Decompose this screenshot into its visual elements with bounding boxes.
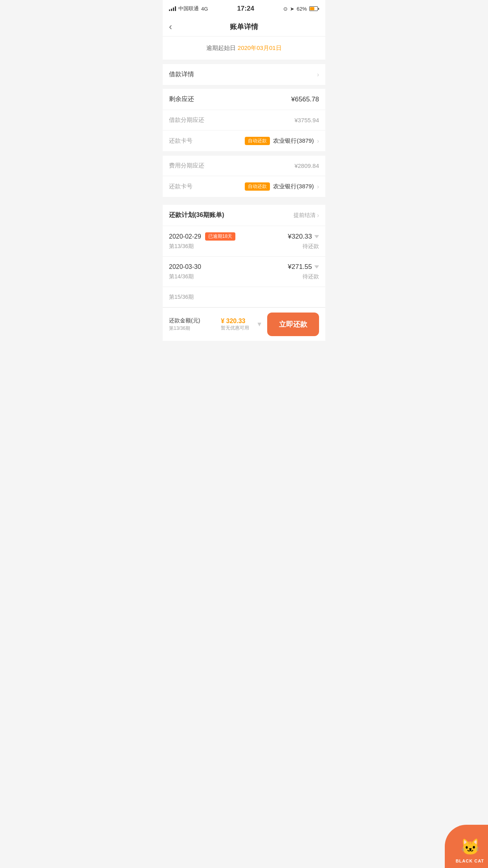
divider-1 [163,60,325,64]
bottom-amount-label-row: 还款金额(元) [169,317,221,324]
early-settlement-button[interactable]: 提前结清 › [294,212,319,219]
bottom-no-discount: 暂无优惠可用 [221,325,249,331]
loan-details-row[interactable]: 借款详情 › [163,64,325,85]
fee-repay-card-row[interactable]: 还款卡号 自动还款 农业银行(3879) › [163,176,325,197]
status-right: ⊙ ➤ 62% [283,6,319,12]
payment-1-date-row: 2020-02-29 已逾期18天 [169,232,235,241]
payment-1-status: 待还款 [303,243,319,250]
bottom-amount-label: 还款金额(元) [169,317,200,324]
payment-2-date-row: 2020-03-30 [169,263,201,270]
fee-chevron-icon: › [317,183,319,190]
triangle-down-icon-2 [314,265,319,268]
payment-item-1: 2020-02-29 已逾期18天 ¥320.33 第13/36期 待还款 [163,226,325,257]
remaining-value: ¥6565.78 [291,96,319,103]
remaining-label: 剩余应还 [169,95,194,103]
bottom-amount-value: ¥ 320.33 [221,318,249,325]
payment-item-1-top: 2020-02-29 已逾期18天 ¥320.33 [169,232,319,241]
triangle-down-icon-1 [314,235,319,238]
early-settlement-label: 提前结清 [294,212,316,219]
loan-chevron-icon: › [317,138,319,145]
loan-details-section: 借款详情 › [163,64,325,85]
plan-title: 还款计划(36期账单) [169,211,224,219]
fee-installment-label: 费用分期应还 [169,162,204,169]
back-button[interactable]: ‹ [169,21,172,32]
loan-auto-badge: 自动还款 [245,137,270,145]
fee-installment-row: 费用分期应还 ¥2809.84 [163,156,325,176]
battery-label: 62% [297,6,307,12]
bottom-period-label: 第13/36期 [169,325,221,332]
chevron-right-icon: › [317,71,319,78]
dropdown-icon[interactable]: ▼ [256,321,262,328]
fee-repay-card-label: 还款卡号 [169,183,193,190]
remaining-row: 剩余应还 ¥6565.78 [163,89,325,110]
divider-3 [163,197,325,201]
bottom-info: 还款金额(元) 第13/36期 [169,317,221,332]
payment-1-date: 2020-02-29 [169,233,201,240]
carrier-label: 中国联通 [178,5,199,12]
payment-item-2-top: 2020-03-30 ¥271.55 [169,263,319,271]
bottom-amount-section: ¥ 320.33 暂无优惠可用 ▼ [221,318,267,331]
fee-repay-card-right: 自动还款 农业银行(3879) › [245,182,319,191]
next-period-item: 第15/36期 [163,287,325,307]
divider-2 [163,85,325,89]
plan-header: 还款计划(36期账单) 提前结清 › [163,205,325,226]
payment-1-period: 第13/36期 [169,243,194,250]
location-icon: ⊙ [283,6,288,12]
overdue-badge-1: 已逾期18天 [205,232,235,241]
page-title: 账单详情 [230,22,258,31]
loan-installment-row: 借款分期应还 ¥3755.94 [163,110,325,131]
overdue-date-section: 逾期起始日 2020年03月01日 [163,37,325,60]
next-period-label: 第15/36期 [169,294,194,300]
payment-1-amount-value: ¥320.33 [288,233,312,241]
status-bar: 中国联通 4G 17:24 ⊙ ➤ 62% [163,0,325,17]
loan-repay-card-right: 自动还款 农业银行(3879) › [245,137,319,145]
navigation-icon: ➤ [290,6,294,12]
payment-2-bottom: 第14/36期 待还款 [169,273,319,280]
network-label: 4G [201,6,208,12]
payment-1-amount: ¥320.33 [288,233,319,241]
payment-2-amount: ¥271.55 [288,263,319,271]
time-label: 17:24 [237,5,254,13]
loan-details-label: 借款详情 [169,70,194,79]
payment-1-bottom: 第13/36期 待还款 [169,243,319,250]
overdue-label: 逾期起始日 [206,44,236,51]
signal-icon [169,6,176,11]
nav-bar: ‹ 账单详情 [163,17,325,37]
loan-repay-card-label: 还款卡号 [169,137,193,145]
plan-chevron-icon: › [317,212,319,219]
payment-2-period: 第14/36期 [169,273,194,280]
payment-2-amount-value: ¥271.55 [288,263,312,271]
loan-repay-card-row[interactable]: 还款卡号 自动还款 农业银行(3879) › [163,131,325,152]
fee-installment-value: ¥2809.84 [294,162,319,169]
repayment-plan-section: 还款计划(36期账单) 提前结清 › 2020-02-29 已逾期18天 ¥32… [163,205,325,307]
fee-auto-badge: 自动还款 [245,182,270,191]
inner-divider [163,152,325,156]
summary-section: 剩余应还 ¥6565.78 借款分期应还 ¥3755.94 还款卡号 自动还款 … [163,89,325,197]
payment-item-2: 2020-03-30 ¥271.55 第14/36期 待还款 [163,257,325,287]
bottom-bar: 还款金额(元) 第13/36期 ¥ 320.33 暂无优惠可用 ▼ 立即还款 [163,307,325,341]
loan-installment-label: 借款分期应还 [169,116,204,124]
pay-now-button[interactable]: 立即还款 [267,313,319,336]
loan-bank-name: 农业银行(3879) [273,137,314,145]
loan-installment-value: ¥3755.94 [294,117,319,123]
battery-icon [309,6,319,11]
status-left: 中国联通 4G [169,5,208,12]
payment-2-date: 2020-03-30 [169,263,201,270]
payment-2-status: 待还款 [303,273,319,280]
overdue-date: 2020年03月01日 [238,44,282,51]
fee-bank-name: 农业银行(3879) [273,183,314,190]
